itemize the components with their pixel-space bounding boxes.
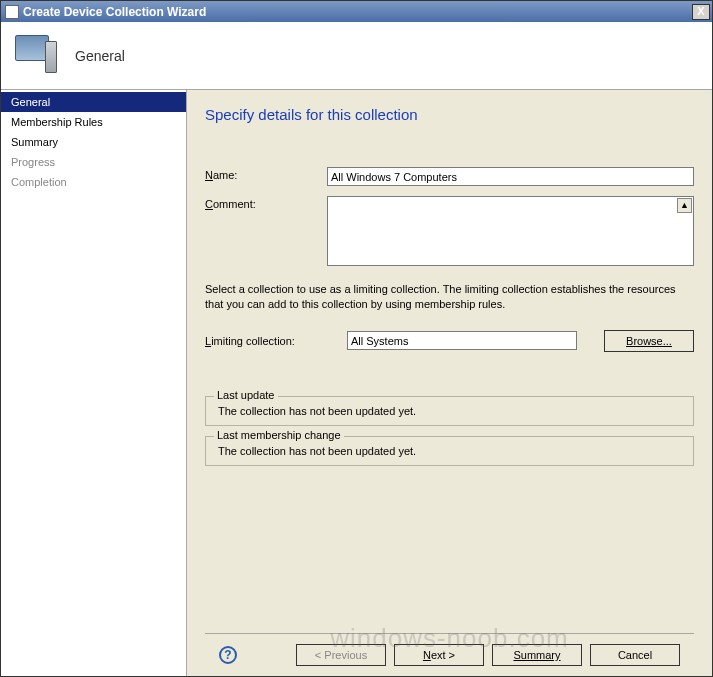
last-membership-fieldset: Last membership change The collection ha…	[205, 436, 694, 466]
sidebar-item-membership-rules[interactable]: Membership Rules	[1, 112, 186, 132]
last-membership-legend: Last membership change	[214, 429, 344, 441]
name-row: Name:	[205, 167, 694, 186]
limiting-label: Limiting collection:	[205, 335, 327, 347]
header-band: General	[1, 22, 712, 90]
previous-button: < Previous	[296, 644, 386, 666]
comment-label: Comment:	[205, 196, 327, 210]
computer-icon	[15, 35, 57, 77]
page-title: Specify details for this collection	[205, 106, 694, 123]
titlebar: Create Device Collection Wizard X	[1, 1, 712, 22]
button-group: < Previous Next > Summary Cancel	[296, 644, 680, 666]
sidebar-item-progress: Progress	[1, 152, 186, 172]
comment-field-wrap: ▲	[327, 196, 694, 266]
sidebar-item-general[interactable]: General	[1, 92, 186, 112]
close-button[interactable]: X	[692, 4, 710, 20]
window-title: Create Device Collection Wizard	[23, 5, 206, 19]
limiting-input	[347, 331, 577, 350]
next-button[interactable]: Next >	[394, 644, 484, 666]
comment-row: Comment: ▲	[205, 196, 694, 266]
name-input[interactable]	[327, 167, 694, 186]
name-label: Name:	[205, 167, 327, 181]
last-update-text: The collection has not been updated yet.	[214, 403, 685, 417]
summary-button[interactable]: Summary	[492, 644, 582, 666]
limiting-row: Limiting collection: Browse...	[205, 330, 694, 352]
body-area: General Membership Rules Summary Progres…	[1, 90, 712, 676]
browse-button[interactable]: Browse...	[604, 330, 694, 352]
sidebar-item-completion: Completion	[1, 172, 186, 192]
help-icon[interactable]: ?	[219, 646, 237, 664]
last-update-fieldset: Last update The collection has not been …	[205, 396, 694, 426]
cancel-button[interactable]: Cancel	[590, 644, 680, 666]
comment-input[interactable]	[328, 197, 693, 265]
app-icon	[5, 5, 19, 19]
next-label: Next >	[423, 649, 455, 661]
last-update-legend: Last update	[214, 389, 278, 401]
last-membership-text: The collection has not been updated yet.	[214, 443, 685, 457]
sidebar-item-summary[interactable]: Summary	[1, 132, 186, 152]
sidebar: General Membership Rules Summary Progres…	[1, 90, 187, 676]
footer: ? < Previous Next > Summary Cancel	[205, 633, 694, 676]
wizard-window: Create Device Collection Wizard X Genera…	[0, 0, 713, 677]
header-title: General	[75, 48, 125, 64]
main-panel: Specify details for this collection Name…	[187, 90, 712, 676]
scroll-up-icon[interactable]: ▲	[677, 198, 692, 213]
limiting-help-text: Select a collection to use as a limiting…	[205, 282, 694, 312]
